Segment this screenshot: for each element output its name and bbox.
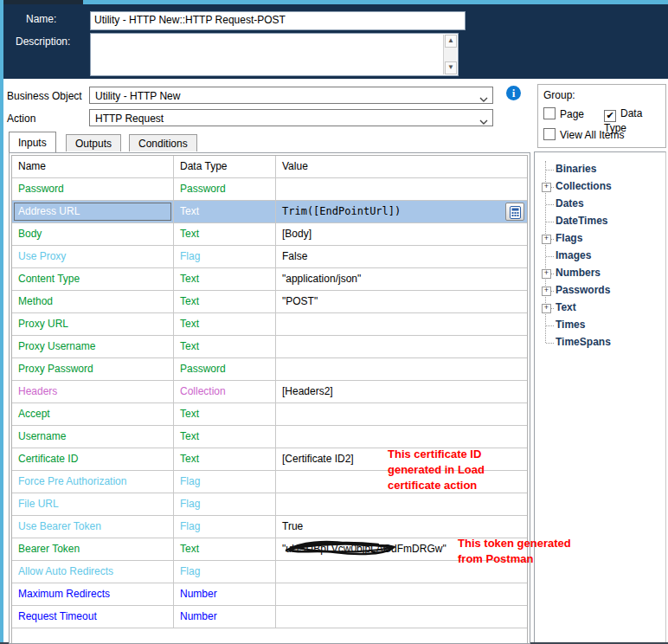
value-cell[interactable] — [276, 178, 527, 200]
tree-item-dates[interactable]: Dates — [535, 196, 665, 213]
chevron-down-icon — [479, 93, 488, 106]
expand-plus-icon[interactable]: + — [542, 269, 551, 279]
scroll-down-icon[interactable]: ▼ — [445, 61, 457, 74]
info-icon[interactable]: i — [506, 86, 521, 100]
value-cell[interactable] — [276, 583, 527, 605]
table-row[interactable]: File URLFlag — [12, 493, 527, 516]
expression-editor-button[interactable] — [505, 203, 524, 221]
input-name-cell[interactable]: Method — [12, 291, 174, 312]
value-cell[interactable] — [276, 403, 527, 425]
tree-item-numbers[interactable]: +Numbers — [535, 265, 665, 282]
value-cell[interactable] — [276, 358, 527, 380]
value-cell[interactable]: False — [276, 246, 527, 267]
table-row[interactable]: Use ProxyFlagFalse — [12, 246, 527, 268]
input-name-cell[interactable]: Proxy URL — [12, 313, 174, 335]
checkbox-page[interactable]: Page — [543, 107, 584, 119]
table-row[interactable]: HeadersCollection[Headers2] — [12, 381, 527, 403]
column-header[interactable]: Value — [276, 156, 527, 177]
window-left-edge — [0, 0, 3, 644]
tab-inputs[interactable]: Inputs — [9, 132, 56, 152]
description-scrollbar[interactable]: ▲ ▼ — [443, 35, 457, 74]
expand-plus-icon[interactable]: + — [542, 287, 551, 296]
checkbox-box[interactable] — [543, 107, 556, 119]
value-cell[interactable]: Trim([EndPointUrl]) — [276, 201, 527, 222]
table-row[interactable]: Use Bearer TokenFlagTrue — [12, 516, 527, 538]
inputs-table-panel: NameData TypeValuePasswordPasswordAddres… — [9, 152, 530, 644]
input-name-cell[interactable]: Accept — [12, 403, 174, 425]
cell-focus-rect — [14, 203, 171, 221]
checkbox-box[interactable] — [543, 128, 556, 140]
table-row[interactable]: AcceptText — [12, 403, 527, 426]
expand-plus-icon[interactable]: + — [542, 304, 551, 313]
column-header[interactable]: Data Type — [174, 156, 276, 177]
table-row[interactable]: Bearer TokenText"uHSUBpLVcw0bjpLAGdFmDRG… — [12, 538, 527, 561]
value-cell[interactable]: [Body] — [276, 223, 527, 245]
input-name-cell[interactable]: Use Proxy — [12, 246, 174, 267]
checkbox-label: Page — [560, 108, 584, 120]
tree-item-flags[interactable]: +Flags — [535, 230, 665, 248]
input-name-cell[interactable]: Request Timeout — [12, 606, 174, 628]
input-name-cell[interactable]: Password — [12, 178, 174, 200]
table-row[interactable]: MethodText"POST" — [12, 291, 527, 313]
table-row[interactable]: Proxy PasswordPassword — [12, 358, 527, 381]
table-row[interactable]: PasswordPassword — [12, 178, 527, 201]
tree-item-datetimes[interactable]: DateTimes — [535, 213, 665, 230]
column-header[interactable]: Name — [12, 156, 174, 177]
table-row[interactable]: Allow Auto RedirectsFlag — [12, 561, 527, 583]
table-row[interactable]: Proxy UsernameText — [12, 336, 527, 358]
tab-conditions[interactable]: Conditions — [129, 134, 197, 151]
input-name-cell[interactable]: Bearer Token — [12, 538, 174, 560]
tree-item-passwords[interactable]: +Passwords — [535, 282, 665, 299]
value-cell[interactable]: "POST" — [276, 291, 527, 312]
input-name-cell[interactable]: Headers — [12, 381, 174, 402]
name-input[interactable]: Utility - HTTP New::HTTP Request-POST — [90, 11, 466, 30]
table-row[interactable]: UsernameText — [12, 426, 527, 448]
value-cell[interactable] — [276, 426, 527, 448]
input-name-cell[interactable]: Content Type — [12, 268, 174, 290]
table-row[interactable]: Request TimeoutNumber — [12, 606, 527, 628]
input-name-cell[interactable]: Username — [12, 426, 174, 448]
input-name-cell[interactable]: Force Pre Authorization — [12, 471, 174, 493]
value-cell[interactable]: [Headers2] — [276, 381, 527, 402]
checkbox-data-type[interactable]: ✔Data Type — [604, 107, 665, 119]
tree-item-binaries[interactable]: Binaries — [535, 161, 665, 178]
value-cell[interactable] — [276, 493, 527, 515]
tree-item-images[interactable]: Images — [535, 248, 665, 265]
expand-plus-icon[interactable]: + — [542, 235, 551, 244]
input-name-cell[interactable]: Certificate ID — [12, 448, 174, 470]
value-text: "POST" — [282, 295, 318, 307]
input-name-cell[interactable]: Allow Auto Redirects — [12, 561, 174, 583]
input-name-cell[interactable]: Proxy Username — [12, 336, 174, 357]
tree-item-text[interactable]: +Text — [535, 299, 665, 317]
input-name-cell[interactable]: Proxy Password — [12, 358, 174, 380]
expand-plus-icon[interactable]: + — [542, 183, 551, 192]
checkbox-view-all-items[interactable]: View All Items — [543, 128, 624, 140]
value-cell[interactable] — [276, 606, 527, 628]
table-row[interactable]: Proxy URLText — [12, 313, 527, 336]
input-name-cell[interactable]: Address URL — [12, 201, 174, 222]
checkbox-box[interactable]: ✔ — [604, 110, 616, 122]
input-name-cell[interactable]: Maximum Redirects — [12, 583, 174, 605]
scroll-up-icon[interactable]: ▲ — [445, 35, 457, 48]
action-dropdown[interactable]: HTTP Request — [89, 109, 493, 126]
business-object-dropdown[interactable]: Utility - HTTP New — [89, 87, 493, 104]
tree-item-collections[interactable]: +Collections — [535, 178, 665, 196]
value-text: [Body] — [282, 228, 312, 240]
tree-item-times[interactable]: Times — [535, 317, 665, 334]
value-cell[interactable]: True — [276, 516, 527, 538]
table-row[interactable]: Address URLTextTrim([EndPointUrl]) — [12, 201, 527, 223]
input-name-cell[interactable]: File URL — [12, 493, 174, 515]
input-name-cell[interactable]: Body — [12, 223, 174, 245]
table-row[interactable]: Content TypeText"application/json" — [12, 268, 527, 291]
dialog-header-panel: Name: Utility - HTTP New::HTTP Request-P… — [3, 4, 668, 79]
value-cell[interactable]: "application/json" — [276, 268, 527, 290]
tab-outputs[interactable]: Outputs — [66, 134, 121, 151]
value-cell[interactable] — [276, 313, 527, 335]
value-cell[interactable] — [276, 336, 527, 357]
table-row[interactable]: BodyText[Body] — [12, 223, 527, 246]
action-properties-dialog: Name: Utility - HTTP New::HTTP Request-P… — [0, 0, 668, 644]
input-name-cell[interactable]: Use Bearer Token — [12, 516, 174, 538]
description-input[interactable]: ▲ ▼ — [90, 33, 459, 76]
table-row[interactable]: Maximum RedirectsNumber — [12, 583, 527, 606]
tree-item-timespans[interactable]: TimeSpans — [535, 334, 665, 351]
